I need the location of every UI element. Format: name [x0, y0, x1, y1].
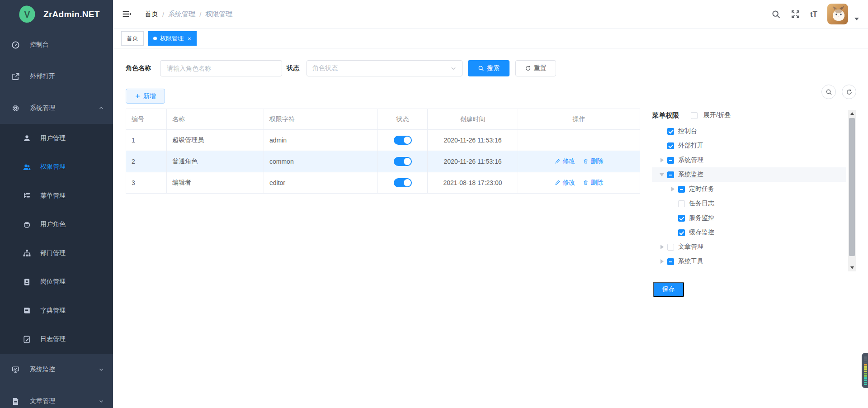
tab-role-management[interactable]: 权限管理 × [148, 31, 197, 46]
status-toggle[interactable] [394, 178, 412, 187]
user-avatar[interactable] [827, 4, 848, 24]
refresh-icon [525, 65, 531, 71]
tree-node-label: 外部打开 [678, 142, 703, 150]
status-select[interactable]: 角色状态 [307, 60, 462, 76]
app-root: V ZrAdmin.NET 控制台 外部打开 [0, 0, 868, 408]
sidebar-item-external[interactable]: 外部打开 [0, 61, 113, 92]
tree-collapse-arrow-icon[interactable] [667, 184, 678, 195]
delete-link[interactable]: 删除 [583, 179, 604, 187]
scrollbar-thumb[interactable] [849, 118, 855, 256]
refresh-icon [846, 89, 853, 95]
font-size-icon[interactable]: tT [810, 10, 817, 18]
sidebar-collapse-icon[interactable] [122, 9, 131, 19]
status-toggle[interactable] [394, 136, 412, 145]
save-button[interactable]: 保存 [653, 282, 684, 297]
table-refresh-button[interactable] [842, 85, 856, 99]
search-button[interactable]: 搜索 [468, 60, 509, 76]
tab-close-icon[interactable]: × [188, 35, 191, 42]
table-row: 1 超级管理员 admin 2020-11-26 11:53:16 [126, 130, 640, 151]
tree-scrollbar[interactable] [848, 110, 856, 271]
sidebar-item-label: 系统监控 [30, 365, 55, 374]
scrollbar-down-arrow[interactable] [848, 264, 856, 271]
tree-node[interactable]: 任务日志 [652, 196, 846, 211]
gear-icon [11, 104, 20, 113]
delete-link-label: 删除 [591, 179, 604, 187]
col-header-created: 创建时间 [428, 109, 518, 130]
tree-node[interactable]: 外部打开 [652, 138, 846, 153]
tree-collapse-arrow-icon[interactable] [656, 155, 667, 166]
log-edit-icon [23, 335, 31, 344]
tree-node[interactable]: 缓存监控 [652, 225, 846, 240]
tree-checkbox[interactable] [667, 244, 674, 251]
reset-button[interactable]: 重置 [515, 60, 556, 76]
tree-node[interactable]: 文章管理 [652, 240, 846, 254]
sidebar-item-menus[interactable]: 菜单管理 [0, 181, 113, 210]
tree-checkbox[interactable] [678, 215, 685, 222]
tree-checkbox[interactable] [678, 229, 685, 236]
svg-text:V: V [24, 10, 30, 19]
sidebar-item-logs[interactable]: 日志管理 [0, 325, 113, 354]
tree-arrow-placeholder [667, 213, 678, 223]
table-search-toggle-button[interactable] [821, 85, 836, 99]
menu-permission-panel: 菜单权限 展开/折叠 控制台 外部打开 [652, 110, 846, 269]
sidebar-item-posts[interactable]: 岗位管理 [0, 268, 113, 297]
tree-expand-arrow-icon[interactable] [656, 169, 667, 180]
tree-node[interactable]: 控制台 [652, 124, 846, 138]
edit-link[interactable]: 修改 [555, 157, 576, 166]
tree-node[interactable]: 服务监控 [652, 211, 846, 225]
edit-link-label: 修改 [563, 179, 576, 187]
sidebar-item-system[interactable]: 系统管理 [0, 92, 113, 124]
sidebar-item-departments[interactable]: 部门管理 [0, 239, 113, 268]
add-button[interactable]: 新增 [126, 89, 165, 104]
chevron-down-icon [450, 65, 457, 71]
tree-node[interactable]: 定时任务 [652, 182, 846, 196]
cell-id: 1 [126, 130, 167, 151]
expand-collapse-checkbox[interactable] [691, 112, 698, 119]
chevron-down-icon [99, 399, 104, 404]
role-name-label: 角色名称 [126, 64, 151, 72]
tree-node[interactable]: 系统工具 [652, 254, 846, 269]
search-icon[interactable] [771, 9, 781, 19]
tree-checkbox[interactable] [667, 258, 674, 265]
status-toggle[interactable] [394, 157, 412, 166]
delete-link[interactable]: 删除 [583, 157, 604, 166]
sidebar-item-label: 菜单管理 [40, 192, 66, 200]
scrollbar-up-arrow[interactable] [848, 110, 856, 117]
edit-link[interactable]: 修改 [555, 179, 576, 187]
table-row: 3 编辑者 editor 2021-08-18 17:23:00 [126, 172, 640, 194]
tree-node-label: 系统工具 [678, 257, 703, 266]
trash-icon [583, 180, 589, 185]
tree-checkbox[interactable] [678, 200, 685, 207]
tree-checkbox[interactable] [667, 128, 674, 135]
tree-node[interactable]: 系统管理 [652, 153, 846, 167]
volume-meter-widget[interactable] [862, 353, 868, 388]
fullscreen-icon[interactable] [791, 9, 800, 19]
tree-checkbox[interactable] [678, 186, 685, 193]
sidebar-item-dictionary[interactable]: 字典管理 [0, 296, 113, 325]
top-navbar: 首页 / 系统管理 / 权限管理 tT [113, 0, 868, 28]
search-button-label: 搜索 [487, 64, 500, 72]
sidebar-item-roles[interactable]: 权限管理 [0, 153, 113, 182]
page-content: 角色名称 状态 角色状态 搜索 [113, 48, 868, 408]
breadcrumb-current: 权限管理 [205, 10, 232, 19]
sidebar-item-article[interactable]: 文章管理 [0, 385, 113, 408]
tab-label: 权限管理 [160, 34, 184, 43]
cell-created: 2020-11-26 11:53:16 [428, 130, 518, 151]
tab-home[interactable]: 首页 [121, 31, 144, 46]
search-icon [826, 89, 832, 95]
role-name-input[interactable] [160, 60, 282, 76]
tabs-bar: 首页 权限管理 × [113, 28, 868, 48]
avatar-caret-down-icon[interactable] [854, 18, 859, 23]
app-title: ZrAdmin.NET [43, 9, 100, 19]
sidebar-item-user-roles[interactable]: 用户角色 [0, 210, 113, 239]
tree-collapse-arrow-icon[interactable] [656, 256, 667, 267]
tree-collapse-arrow-icon[interactable] [656, 242, 667, 252]
sidebar-item-users[interactable]: 用户管理 [0, 124, 113, 153]
tree-node[interactable]: 系统监控 [652, 167, 846, 182]
tree-checkbox[interactable] [667, 157, 674, 164]
tree-checkbox[interactable] [667, 142, 674, 149]
sidebar-item-monitor[interactable]: 系统监控 [0, 354, 113, 385]
sidebar-item-dashboard[interactable]: 控制台 [0, 29, 113, 61]
breadcrumb-home[interactable]: 首页 [145, 10, 158, 19]
tree-checkbox[interactable] [667, 171, 674, 178]
